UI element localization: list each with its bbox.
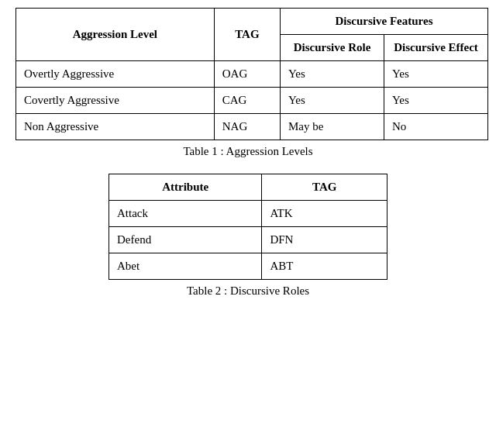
table2-caption: Table 2 : Discursive Roles xyxy=(187,284,309,298)
table1-header-level: Aggression Level xyxy=(16,9,215,61)
table1: Aggression Level TAG Discursive Features… xyxy=(16,8,488,140)
tag-cell: CAG xyxy=(214,88,280,114)
role-cell: Yes xyxy=(281,88,384,114)
table-row: Defend DFN xyxy=(109,227,388,253)
effect-cell: Yes xyxy=(384,88,488,114)
attribute-cell: Abet xyxy=(109,253,262,280)
effect-cell: Yes xyxy=(384,61,488,88)
attribute-cell: Defend xyxy=(109,227,262,253)
table1-header-discursive-role: Discursive Role xyxy=(281,35,384,61)
table2-header-tag: TAG xyxy=(262,174,388,201)
table1-header-discursive-features: Discursive Features xyxy=(281,9,488,35)
table-row: Abet ABT xyxy=(109,253,388,280)
table1-caption: Table 1 : Aggression Levels xyxy=(16,145,480,158)
table1-header-tag: TAG xyxy=(214,9,280,61)
table1-header-discursive-effect: Discursive Effect xyxy=(384,35,488,61)
role-cell: May be xyxy=(281,114,384,140)
attribute-cell: Attack xyxy=(109,201,262,227)
level-cell: Overtly Aggressive xyxy=(16,61,215,88)
tag-cell: ATK xyxy=(262,201,388,227)
tag-cell: OAG xyxy=(214,61,280,88)
tag-cell: NAG xyxy=(214,114,280,140)
role-cell: Yes xyxy=(281,61,384,88)
table-row: Non Aggressive NAG May be No xyxy=(16,114,488,140)
table-row: Covertly Aggressive CAG Yes Yes xyxy=(16,88,488,114)
table1-wrapper: Aggression Level TAG Discursive Features… xyxy=(16,8,480,169)
effect-cell: No xyxy=(384,114,488,140)
table-row: Overtly Aggressive OAG Yes Yes xyxy=(16,61,488,88)
level-cell: Non Aggressive xyxy=(16,114,215,140)
tag-cell: DFN xyxy=(262,227,388,253)
tag-cell: ABT xyxy=(262,253,388,280)
table2-header-attribute: Attribute xyxy=(109,174,262,201)
table2-wrapper: Attribute TAG Attack ATK Defend DFN Abet… xyxy=(16,174,480,308)
table-row: Attack ATK xyxy=(109,201,388,227)
level-cell: Covertly Aggressive xyxy=(16,88,215,114)
table2: Attribute TAG Attack ATK Defend DFN Abet… xyxy=(108,174,388,280)
